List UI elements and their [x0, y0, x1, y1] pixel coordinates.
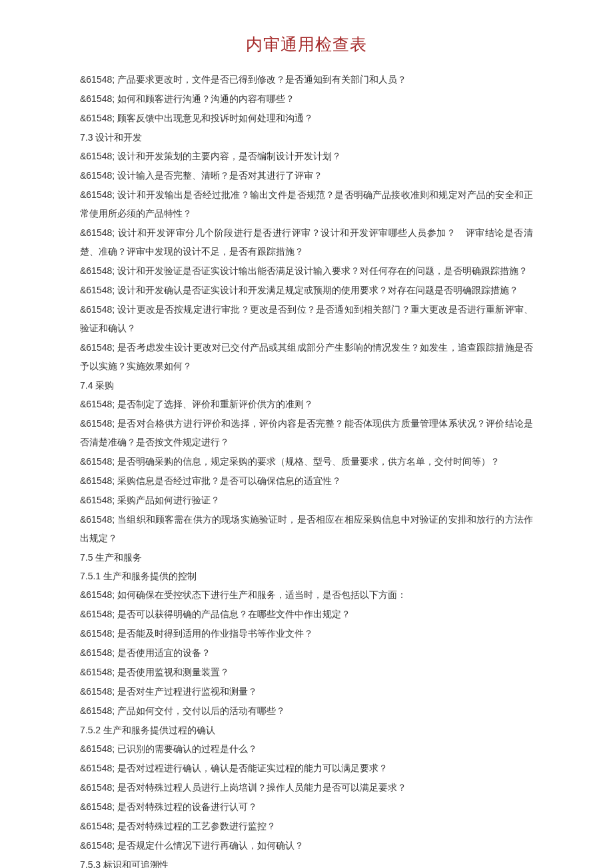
item-text: 设计和开发策划的主要内容，是否编制设计开发计划？: [117, 151, 341, 161]
section-heading: 7.4 采购: [80, 376, 533, 395]
bullet-code: &61548;: [80, 342, 117, 353]
item-text: 设计和开发验证是否证实设计输出能否满足设计输入要求？对任何存在的问题，是否明确跟…: [117, 266, 528, 276]
item-text: 是否明确采购的信息，规定采购的要求（规格、型号、质量要求，供方名单，交付时间等）…: [117, 457, 500, 467]
heading-text: 生产和服务提供过程的确认: [103, 725, 215, 735]
bullet-code: &61548;: [80, 628, 117, 639]
checklist-item: &61548; 是否对合格供方进行评价和选择，评价内容是否完整？能否体现供方质量…: [80, 414, 533, 452]
item-text: 设计和开发输出是否经过批准？输出文件是否规范？是否明确产品接收准则和规定对产品的…: [80, 190, 533, 219]
checklist-item: &61548; 是否使用适宜的设备？: [80, 643, 533, 663]
bullet-code: &61548;: [80, 495, 117, 505]
checklist-item: &61548; 设计和开发评审分几个阶段进行是否进行评审？设计和开发评审哪些人员…: [80, 223, 533, 261]
section-heading: 7.5.2 生产和服务提供过程的确认: [80, 721, 533, 739]
item-text: 设计和开发评审分几个阶段进行是否进行评审？设计和开发评审哪些人员参加？ 评审结论…: [80, 228, 533, 257]
checklist-item: &61548; 顾客反馈中出现意见和投诉时如何处理和沟通？: [80, 109, 533, 128]
bullet-code: &61548;: [80, 304, 117, 315]
item-text: 是否使用监视和测量装置？: [117, 667, 229, 677]
checklist-item: &61548; 是否对过程进行确认，确认是否能证实过程的能力可以满足要求？: [80, 759, 533, 778]
checklist-item: &61548; 是否明确采购的信息，规定采购的要求（规格、型号、质量要求，供方名…: [80, 452, 533, 471]
bullet-code: &61548;: [80, 667, 117, 677]
checklist-item: &61548; 是否对生产过程进行监视和测量？: [80, 682, 533, 701]
item-text: 是否对生产过程进行监视和测量？: [117, 687, 257, 697]
checklist-item: &61548; 当组织和顾客需在供方的现场实施验证时，是否相应在相应采购信息中对…: [80, 510, 533, 548]
heading-number: 7.5.3: [80, 859, 103, 868]
item-text: 是否能及时得到适用的作业指导书等作业文件？: [117, 629, 313, 639]
item-text: 是否制定了选择、评价和重新评价供方的准则？: [117, 399, 313, 409]
bullet-code: &61548;: [80, 189, 117, 200]
item-text: 是否对特殊过程人员进行上岗培训？操作人员能力是否可以满足要求？: [117, 783, 406, 793]
bullet-code: &61548;: [80, 93, 117, 104]
checklist-item: &61548; 是否制定了选择、评价和重新评价供方的准则？: [80, 395, 533, 414]
item-text: 设计更改是否按规定进行审批？更改是否到位？是否通知到相关部门？重大更改是否进行重…: [80, 305, 533, 333]
heading-number: 7.5: [80, 552, 95, 563]
checklist-item: &61548; 是否对特殊过程的工艺参数进行监控？: [80, 817, 533, 836]
item-text: 如何和顾客进行沟通？沟通的内容有哪些？: [117, 94, 295, 104]
bullet-code: &61548;: [80, 686, 117, 697]
item-text: 是否对特殊过程的设备进行认可？: [117, 802, 257, 812]
bullet-code: &61548;: [80, 647, 117, 658]
heading-text: 设计和开发: [95, 132, 142, 143]
heading-number: 7.3: [80, 132, 95, 143]
item-text: 是否使用适宜的设备？: [117, 648, 211, 658]
bullet-code: &61548;: [80, 170, 117, 181]
bullet-code: &61548;: [80, 418, 117, 429]
bullet-code: &61548;: [80, 227, 118, 238]
item-text: 是否考虑发生设计更改对已交付产品或其组成部分产生影响的情况发生？如发生，追查跟踪…: [80, 343, 533, 371]
section-heading: 7.3 设计和开发: [80, 128, 533, 147]
item-text: 是否对特殊过程的工艺参数进行监控？: [117, 821, 276, 831]
checklist-item: &61548; 产品如何交付，交付以后的活动有哪些？: [80, 701, 533, 721]
bullet-code: &61548;: [80, 609, 117, 619]
content-body: &61548; 产品要求更改时，文件是否已得到修改？是否通知到有关部门和人员？&…: [80, 70, 533, 868]
item-text: 产品要求更改时，文件是否已得到修改？是否通知到有关部门和人员？: [117, 75, 406, 85]
item-text: 如何确保在受控状态下进行生产和服务，适当时，是否包括以下方面：: [117, 590, 406, 600]
checklist-item: &61548; 是否考虑发生设计更改对已交付产品或其组成部分产生影响的情况发生？…: [80, 338, 533, 376]
item-text: 设计和开发确认是否证实设计和开发满足规定或预期的使用要求？对存在问题是否明确跟踪…: [117, 285, 518, 295]
heading-text: 生产和服务: [95, 552, 142, 563]
checklist-item: &61548; 设计和开发验证是否证实设计输出能否满足设计输入要求？对任何存在的…: [80, 261, 533, 281]
checklist-item: &61548; 是否使用监视和测量装置？: [80, 663, 533, 682]
bullet-code: &61548;: [80, 113, 117, 123]
bullet-code: &61548;: [80, 265, 117, 276]
heading-number: 7.5.2: [80, 725, 103, 735]
item-text: 当组织和顾客需在供方的现场实施验证时，是否相应在相应采购信息中对验证的安排和放行…: [80, 515, 533, 543]
item-text: 是否对过程进行确认，确认是否能证实过程的能力可以满足要求？: [117, 763, 388, 773]
checklist-item: &61548; 是否对特殊过程人员进行上岗培训？操作人员能力是否可以满足要求？: [80, 778, 533, 797]
checklist-item: &61548; 设计输入是否完整、清晰？是否对其进行了评审？: [80, 166, 533, 185]
section-heading: 7.5.1 生产和服务提供的控制: [80, 567, 533, 585]
checklist-item: &61548; 产品要求更改时，文件是否已得到修改？是否通知到有关部门和人员？: [80, 70, 533, 89]
item-text: 是否对合格供方进行评价和选择，评价内容是否完整？能否体现供方质量管理体系状况？评…: [80, 419, 533, 447]
checklist-item: &61548; 如何和顾客进行沟通？沟通的内容有哪些？: [80, 89, 533, 109]
bullet-code: &61548;: [80, 514, 117, 525]
bullet-code: &61548;: [80, 782, 117, 793]
page-title: 内审通用检查表: [80, 33, 533, 55]
item-text: 已识别的需要确认的过程是什么？: [117, 744, 257, 754]
checklist-item: &61548; 是否对特殊过程的设备进行认可？: [80, 797, 533, 817]
bullet-code: &61548;: [80, 705, 117, 716]
item-text: 产品如何交付，交付以后的活动有哪些？: [117, 706, 285, 716]
bullet-code: &61548;: [80, 475, 117, 486]
bullet-code: &61548;: [80, 74, 117, 85]
bullet-code: &61548;: [80, 821, 117, 831]
item-text: 是否可以获得明确的产品信息？在哪些文件中作出规定？: [117, 609, 350, 619]
heading-text: 标识和可追溯性: [103, 859, 169, 868]
bullet-code: &61548;: [80, 840, 117, 851]
checklist-item: &61548; 采购产品如何进行验证？: [80, 491, 533, 510]
bullet-code: &61548;: [80, 151, 117, 161]
checklist-item: &61548; 是否可以获得明确的产品信息？在哪些文件中作出规定？: [80, 605, 533, 624]
document-page: 内审通用检查表 &61548; 产品要求更改时，文件是否已得到修改？是否通知到有…: [0, 0, 613, 868]
section-heading: 7.5 生产和服务: [80, 548, 533, 567]
bullet-code: &61548;: [80, 285, 117, 295]
section-heading: 7.5.3 标识和可追溯性: [80, 855, 533, 868]
bullet-code: &61548;: [80, 456, 117, 467]
item-text: 采购产品如何进行验证？: [117, 495, 220, 505]
item-text: 是否规定什么情况下进行再确认，如何确认？: [117, 841, 304, 851]
checklist-item: &61548; 如何确保在受控状态下进行生产和服务，适当时，是否包括以下方面：: [80, 585, 533, 605]
heading-text: 采购: [95, 380, 114, 391]
heading-number: 7.5.1: [80, 571, 103, 581]
bullet-code: &61548;: [80, 589, 117, 600]
checklist-item: &61548; 设计和开发策划的主要内容，是否编制设计开发计划？: [80, 147, 533, 166]
checklist-item: &61548; 已识别的需要确认的过程是什么？: [80, 739, 533, 759]
bullet-code: &61548;: [80, 763, 117, 773]
heading-number: 7.4: [80, 380, 95, 391]
checklist-item: &61548; 设计和开发确认是否证实设计和开发满足规定或预期的使用要求？对存在…: [80, 281, 533, 300]
checklist-item: &61548; 设计和开发输出是否经过批准？输出文件是否规范？是否明确产品接收准…: [80, 185, 533, 223]
